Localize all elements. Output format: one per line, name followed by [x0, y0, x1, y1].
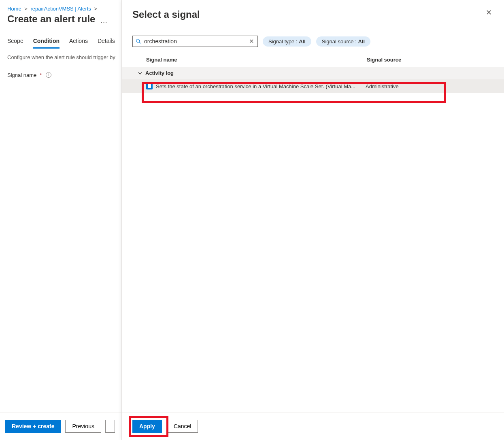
- info-icon[interactable]: i: [46, 72, 51, 78]
- search-input-wrapper: ✕: [132, 36, 258, 47]
- signal-name-cell: Sets the state of an orchestration servi…: [156, 83, 366, 89]
- tab-condition[interactable]: Condition: [33, 35, 60, 49]
- signal-row-orchestration[interactable]: Sets the state of an orchestration servi…: [122, 79, 504, 93]
- signal-source-filter[interactable]: Signal source : All: [316, 36, 370, 47]
- chevron-down-icon: [138, 71, 142, 75]
- tab-scope[interactable]: Scope: [7, 35, 23, 49]
- previous-button[interactable]: Previous: [65, 420, 101, 433]
- signal-name-label: Signal name: [7, 72, 36, 78]
- pill-value: All: [299, 38, 306, 45]
- apply-button[interactable]: Apply: [132, 420, 162, 433]
- pill-value: All: [358, 38, 365, 45]
- group-activity-log[interactable]: Activity log: [122, 67, 504, 79]
- breadcrumb-separator: >: [23, 6, 29, 12]
- cancel-button[interactable]: Cancel: [167, 420, 198, 433]
- required-asterisk: *: [40, 72, 42, 78]
- clear-search-icon[interactable]: ✕: [248, 38, 255, 45]
- activity-log-icon: [146, 83, 153, 89]
- panel-footer: Apply Cancel: [122, 412, 504, 440]
- signal-type-filter[interactable]: Signal type : All: [263, 36, 311, 47]
- review-create-button[interactable]: Review + create: [5, 420, 61, 433]
- search-icon: [136, 38, 141, 44]
- column-headers: Signal name Signal source: [122, 53, 504, 67]
- close-icon[interactable]: ✕: [484, 9, 493, 16]
- signal-source-cell: Administrative: [366, 83, 504, 89]
- tab-actions[interactable]: Actions: [69, 35, 88, 49]
- pill-label: Signal type :: [268, 38, 299, 45]
- page-title: Create an alert rule: [7, 13, 95, 25]
- search-input[interactable]: [144, 38, 248, 45]
- svg-line-1: [139, 42, 141, 44]
- next-button-stub[interactable]: [105, 420, 115, 433]
- breadcrumb-home[interactable]: Home: [7, 6, 21, 12]
- more-button[interactable]: …: [100, 16, 108, 25]
- breadcrumb-separator: >: [92, 6, 99, 12]
- select-signal-panel: Select a signal ✕ ✕ Signal type : All Si…: [121, 0, 504, 440]
- breadcrumb-resource[interactable]: repairActionVMSS | Alerts: [31, 6, 91, 12]
- tab-details[interactable]: Details: [98, 35, 115, 49]
- svg-point-0: [136, 39, 140, 43]
- pill-label: Signal source :: [322, 38, 358, 45]
- panel-title: Select a signal: [132, 9, 200, 20]
- group-label: Activity log: [145, 70, 174, 76]
- col-header-name[interactable]: Signal name: [146, 57, 367, 63]
- col-header-source[interactable]: Signal source: [367, 57, 493, 63]
